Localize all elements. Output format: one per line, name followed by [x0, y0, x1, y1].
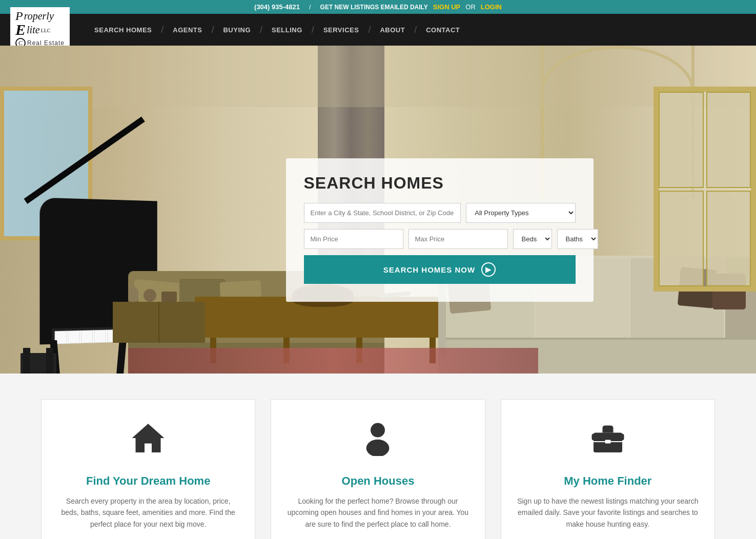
svg-point-2: [366, 440, 390, 456]
nav-link-buying[interactable]: BUYING: [214, 26, 260, 34]
decor-items: [128, 286, 177, 302]
card-dream-home-title: Find Your Dream Home: [57, 474, 239, 488]
card-open-houses-text: Looking for the perfect home? Browse thr…: [287, 495, 469, 530]
sign-up-link[interactable]: SIGN UP: [433, 3, 460, 11]
search-btn-row: SEARCH HOMES NOW ▶: [304, 255, 576, 284]
or-text: OR: [465, 3, 476, 11]
nav-item-selling[interactable]: SELLING: [262, 26, 312, 34]
search-row-1: All Property Types Single Family Condo T…: [304, 203, 576, 223]
house-icon: [57, 420, 239, 464]
min-price-input[interactable]: [304, 229, 403, 249]
hero-section: SEARCH HOMES All Property Types Single F…: [0, 46, 756, 374]
svg-marker-0: [132, 424, 165, 452]
nav-link-contact[interactable]: CONTACT: [417, 26, 469, 34]
card-home-finder-text: Sign up to have the newest listings matc…: [517, 495, 699, 530]
divider: /: [309, 3, 311, 11]
card-dream-home-text: Search every property in the area by loc…: [57, 495, 239, 530]
svg-rect-6: [591, 434, 595, 441]
beds-select[interactable]: Beds 1+ 2+ 3+ 4+ 5+: [513, 229, 552, 249]
search-row-2: Beds 1+ 2+ 3+ 4+ 5+ Baths 1+ 2+ 3+ 4+: [304, 229, 576, 249]
main-nav: Properly Elite LLC C Real Estate SEARCH …: [0, 14, 756, 46]
nav-link-selling[interactable]: SELLING: [262, 26, 312, 34]
nav-item-agents[interactable]: AGENTS: [164, 26, 211, 34]
max-price-input[interactable]: [408, 229, 508, 249]
baths-select[interactable]: Baths 1+ 2+ 3+ 4+: [557, 229, 598, 249]
card-home-finder-title: My Home Finder: [517, 474, 699, 488]
promo-text: GET NEW LISTINGS EMAILED DAILY: [320, 4, 428, 11]
card-dream-home: Find Your Dream Home Search every proper…: [41, 399, 255, 539]
cards-section: Find Your Dream Home Search every proper…: [0, 374, 756, 539]
phone-number: (304) 935-4821: [254, 3, 300, 11]
nav-item-buying[interactable]: BUYING: [214, 26, 260, 34]
door-frame: [653, 87, 756, 292]
svg-point-1: [371, 423, 385, 438]
search-button[interactable]: SEARCH HOMES NOW ▶: [304, 255, 576, 284]
ceiling: [0, 46, 756, 107]
nav-item-services[interactable]: SERVICES: [314, 26, 369, 34]
rug: [128, 348, 538, 374]
login-link[interactable]: LOGIN: [481, 3, 502, 11]
cabinet: [113, 302, 205, 343]
property-type-select[interactable]: All Property Types Single Family Condo T…: [466, 203, 575, 223]
svg-rect-7: [620, 434, 624, 441]
person-icon: [287, 420, 469, 464]
card-home-finder: My Home Finder Sign up to have the newes…: [501, 399, 715, 539]
location-input[interactable]: [304, 203, 461, 223]
nav-item-search-homes[interactable]: SEARCH HOMES: [85, 26, 161, 34]
nav-item-about[interactable]: ABOUT: [371, 26, 414, 34]
briefcase-icon: [517, 420, 699, 464]
nav-link-services[interactable]: SERVICES: [314, 26, 369, 34]
search-button-label: SEARCH HOMES NOW: [383, 265, 475, 274]
card-open-houses: Open Houses Looking for the perfect home…: [271, 399, 485, 539]
svg-rect-5: [605, 440, 610, 444]
nav-link-search-homes[interactable]: SEARCH HOMES: [85, 26, 161, 34]
search-arrow-icon: ▶: [481, 262, 496, 277]
search-panel: SEARCH HOMES All Property Types Single F…: [286, 158, 594, 302]
card-open-houses-title: Open Houses: [287, 474, 469, 488]
nav-link-about[interactable]: ABOUT: [371, 26, 414, 34]
nav-item-contact[interactable]: CONTACT: [417, 26, 469, 34]
nav-links: SEARCH HOMES / AGENTS / BUYING / SELLING…: [85, 25, 469, 35]
nav-link-agents[interactable]: AGENTS: [164, 26, 211, 34]
search-title: SEARCH HOMES: [304, 174, 576, 193]
top-bar: (304) 935-4821 / GET NEW LISTINGS EMAILE…: [0, 0, 756, 14]
